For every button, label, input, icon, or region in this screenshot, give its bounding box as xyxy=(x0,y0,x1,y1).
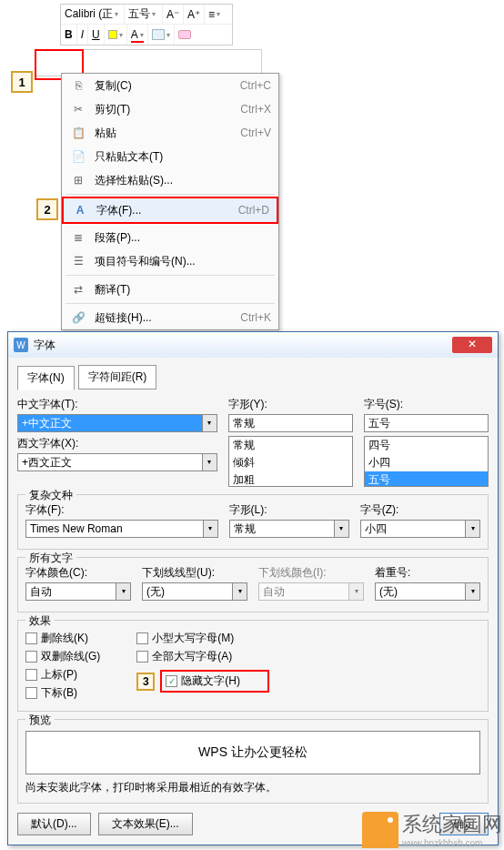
shrink-font-button[interactable]: A⁻ xyxy=(163,5,184,25)
tabs: 字体(N) 字符间距(R) xyxy=(17,365,489,390)
paste-text-icon: 📄 xyxy=(69,150,87,163)
cn-font-label: 中文字体(T): xyxy=(17,397,217,412)
context-menu: ⎘复制(C)Ctrl+C ✂剪切(T)Ctrl+X 📋粘贴Ctrl+V 📄只粘贴… xyxy=(61,73,279,330)
smallcaps-checkbox[interactable]: 小型大写字母(M) xyxy=(136,631,269,646)
style-listbox[interactable]: 常规倾斜加粗 xyxy=(228,436,353,487)
font-color-button[interactable]: A▾ xyxy=(127,25,148,45)
para-icon: ≣ xyxy=(69,231,87,244)
tab-font[interactable]: 字体(N) xyxy=(17,366,75,390)
underline-button[interactable]: U xyxy=(88,25,105,45)
font-note: 尚未安装此字体，打印时将采用最相近的有效字体。 xyxy=(25,780,480,795)
text-effect-button[interactable]: 文本效果(E)... xyxy=(98,813,193,835)
watermark-icon xyxy=(362,812,398,848)
menu-font[interactable]: A字体(F)...Ctrl+D xyxy=(62,197,278,224)
en-font-label: 西文字体(X): xyxy=(17,436,217,451)
callout-3: 3 xyxy=(136,673,155,691)
effects-group: 效果 删除线(K) 双删除线(G) 上标(P) 下标(B) 小型大写字母(M) … xyxy=(17,620,489,712)
default-button[interactable]: 默认(D)... xyxy=(17,813,91,835)
cut-icon: ✂ xyxy=(69,103,87,116)
bullets-icon: ☰ xyxy=(69,255,87,268)
size-combo[interactable]: 五号▾ xyxy=(125,5,163,25)
align-button[interactable]: ▾ xyxy=(148,25,175,45)
font-combo[interactable]: Calibri (正▾ xyxy=(61,5,125,25)
menu-paste-special[interactable]: ⊞选择性粘贴(S)... xyxy=(62,168,278,192)
menu-hyperlink[interactable]: 🔗超链接(H)...Ctrl+K xyxy=(62,306,278,329)
menu-paste[interactable]: 📋粘贴Ctrl+V xyxy=(62,121,278,145)
en-font-combo[interactable]: +西文正文▾ xyxy=(17,453,217,471)
preview-box: WPS 让办公更轻松 xyxy=(25,731,480,774)
cn-font-combo[interactable]: +中文正文▾ xyxy=(17,414,217,432)
menu-cut[interactable]: ✂剪切(T)Ctrl+X xyxy=(62,97,278,121)
subscript-checkbox[interactable]: 下标(B) xyxy=(25,685,100,701)
highlight-button[interactable]: ▾ xyxy=(105,25,127,45)
menu-paste-text[interactable]: 📄只粘贴文本(T) xyxy=(62,145,278,168)
dialog-icon: W xyxy=(14,338,28,352)
size-listbox[interactable]: 四号小四五号 xyxy=(364,436,489,487)
allcaps-checkbox[interactable]: 全部大写字母(A) xyxy=(136,649,269,664)
callout-1: 1 xyxy=(11,71,33,93)
emphasis-combo[interactable]: (无)▾ xyxy=(375,582,480,601)
italic-button[interactable]: I xyxy=(77,25,88,45)
dialog-titlebar: W 字体 ✕ xyxy=(8,332,498,358)
clear-format-button[interactable] xyxy=(175,25,195,45)
grow-font-button[interactable]: A⁺ xyxy=(184,5,205,25)
complex-size-combo[interactable]: 小四▾ xyxy=(360,520,480,538)
size-input[interactable]: 五号 xyxy=(364,414,489,432)
menu-copy[interactable]: ⎘复制(C)Ctrl+C xyxy=(62,74,278,97)
color-combo[interactable]: 自动▾ xyxy=(25,582,131,601)
close-button[interactable]: ✕ xyxy=(452,337,492,353)
font-dialog: W 字体 ✕ 字体(N) 字符间距(R) 中文字体(T): +中文正文▾ 字形(… xyxy=(7,331,499,845)
size-label: 字号(S): xyxy=(364,397,489,412)
mini-toolbar: Calibri (正▾ 五号▾ A⁻ A⁺ ≡▾ B I U ▾ A▾ ▾ xyxy=(60,4,233,46)
hidden-checkbox[interactable]: ✓隐藏文字(H) xyxy=(160,670,269,693)
callout-2: 2 xyxy=(36,198,58,220)
all-text-group: 所有文字 字体颜色(C):自动▾ 下划线线型(U):(无)▾ 下划线颜色(I):… xyxy=(17,557,489,612)
style-label: 字形(Y): xyxy=(228,397,353,412)
underline-color-combo: 自动▾ xyxy=(258,582,364,601)
watermark: 系统家园网 www.hnzkhbsb.com xyxy=(362,811,502,848)
bold-button[interactable]: B xyxy=(61,25,77,45)
preview-group: 预览 WPS 让办公更轻松 尚未安装此字体，打印时将采用最相近的有效字体。 xyxy=(17,719,489,804)
link-icon: 🔗 xyxy=(69,311,87,324)
complex-style-combo[interactable]: 常规▾ xyxy=(229,520,349,538)
font-icon: A xyxy=(71,204,89,217)
menu-paragraph[interactable]: ≣段落(P)... xyxy=(62,226,278,249)
copy-icon: ⎘ xyxy=(69,79,87,92)
strike-checkbox[interactable]: 删除线(K) xyxy=(25,631,100,646)
paste-special-icon: ⊞ xyxy=(69,174,87,187)
line-spacing-button[interactable]: ≡▾ xyxy=(205,5,224,25)
style-input[interactable]: 常规 xyxy=(228,414,353,432)
dstrike-checkbox[interactable]: 双删除线(G) xyxy=(25,649,100,664)
menu-bullets[interactable]: ☰项目符号和编号(N)... xyxy=(62,249,278,273)
paste-icon: 📋 xyxy=(69,126,87,139)
underline-style-combo[interactable]: (无)▾ xyxy=(142,582,247,601)
superscript-checkbox[interactable]: 上标(P) xyxy=(25,667,100,683)
translate-icon: ⇄ xyxy=(69,283,87,296)
complex-group: 复杂文种 字体(F): Times New Roman▾ 字形(L): 常规▾ … xyxy=(17,494,489,550)
menu-translate[interactable]: ⇄翻译(T) xyxy=(62,278,278,301)
dialog-title-text: 字体 xyxy=(34,338,55,353)
tab-spacing[interactable]: 字符间距(R) xyxy=(78,365,157,390)
complex-font-combo[interactable]: Times New Roman▾ xyxy=(25,520,218,538)
